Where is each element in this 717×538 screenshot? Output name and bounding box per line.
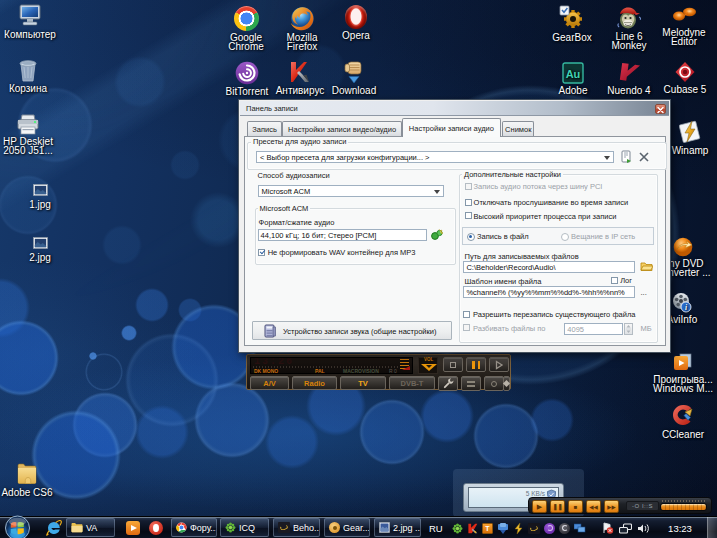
svg-text:Au: Au	[566, 68, 581, 80]
